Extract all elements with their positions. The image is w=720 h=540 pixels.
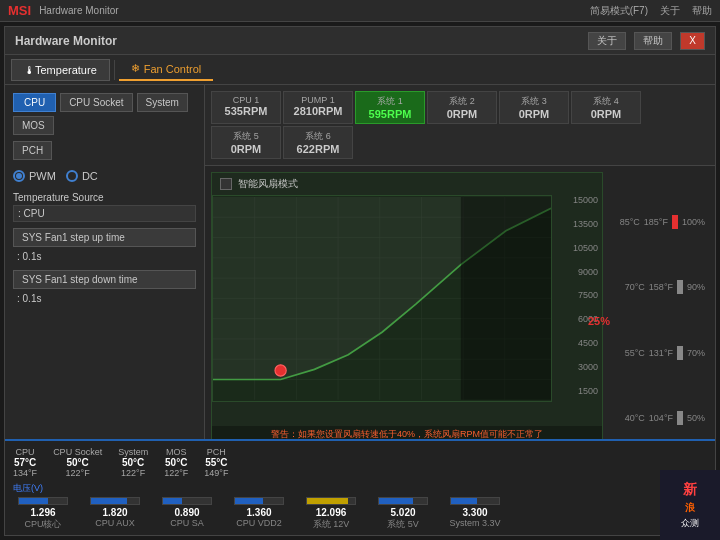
close-button[interactable]: X xyxy=(680,32,705,50)
temp-source-value[interactable]: : CPU xyxy=(13,205,196,222)
right-axis-label: 9000 xyxy=(558,267,598,277)
fan-cell-2[interactable]: 系统 1595RPM xyxy=(355,91,425,124)
mos-sensor-btn[interactable]: MOS xyxy=(13,116,54,135)
brand-new: 新 xyxy=(683,481,697,499)
pwm-radio[interactable]: PWM xyxy=(13,170,56,182)
help-button[interactable]: 帮助 xyxy=(634,32,672,50)
chart-container: 智能风扇模式 100/21290/19480/17670/15860/14050… xyxy=(211,172,603,439)
voltage-bar-container xyxy=(18,497,68,505)
fan-icon: ❄ xyxy=(131,62,140,75)
temp-scale-row: 85°C185°F100% xyxy=(613,215,705,229)
voltage-bar-container xyxy=(450,497,500,505)
fan-curve-chart[interactable] xyxy=(212,195,552,402)
sensor-item-2: System50°C122°F xyxy=(118,447,148,478)
top-bar: MSI Hardware Monitor 简易模式(F7) 关于 帮助 xyxy=(0,0,720,22)
thermometer-icon: 🌡 xyxy=(24,64,35,76)
brand-crowd: 众测 xyxy=(681,517,699,530)
voltage-bar-container xyxy=(234,497,284,505)
simple-mode-link[interactable]: 简易模式(F7) xyxy=(590,4,648,18)
tab-separator xyxy=(114,60,115,80)
step-down-btn[interactable]: SYS Fan1 step down time xyxy=(13,270,196,289)
sensor-button-group: CPU CPU Socket System MOS xyxy=(13,93,196,135)
window-title: Hardware Monitor xyxy=(15,34,588,48)
voltage-bar xyxy=(451,498,477,504)
right-panel: CPU 1535RPMPUMP 12810RPM系统 1595RPM系统 20R… xyxy=(205,85,715,439)
sensor-row: CPU57°C134°FCPU Socket50°C122°FSystem50°… xyxy=(13,445,707,480)
top-bar-right: 简易模式(F7) 关于 帮助 xyxy=(590,4,712,18)
brand-sina: 浪 xyxy=(685,501,695,515)
fan-cell-3[interactable]: 系统 20RPM xyxy=(427,91,497,124)
right-axis-label: 4500 xyxy=(558,338,598,348)
smart-fan-checkbox-input[interactable] xyxy=(220,178,232,190)
cpu-sensor-btn[interactable]: CPU xyxy=(13,93,56,112)
temp-source-label: Temperature Source xyxy=(13,192,196,203)
voltage-item-5: 5.020 系统 5V xyxy=(373,497,433,531)
fan-cell-7[interactable]: 系统 6622RPM xyxy=(283,126,353,159)
voltage-item-0: 1.296 CPU核心 xyxy=(13,497,73,531)
status-bar: CPU57°C134°FCPU Socket50°C122°FSystem50°… xyxy=(5,439,715,535)
msi-logo: MSI xyxy=(8,3,31,18)
fan-cell-6[interactable]: 系统 50RPM xyxy=(211,126,281,159)
step-down-section: SYS Fan1 step down time : 0.1s xyxy=(13,270,196,306)
voltage-item-3: 1.360 CPU VDD2 xyxy=(229,497,289,528)
window-titlebar: Hardware Monitor 关于 帮助 X xyxy=(5,27,715,55)
about-link-top[interactable]: 关于 xyxy=(660,4,680,18)
fan-cell-1[interactable]: PUMP 12810RPM xyxy=(283,91,353,124)
voltage-bar xyxy=(91,498,127,504)
temp-scale-row: 40°C104°F50% xyxy=(613,411,705,425)
warning-text: 警告：如果您设置风扇转速低于40%，系统风扇RPM值可能不正常了 xyxy=(212,426,602,439)
voltage-row: 1.296 CPU核心 1.820 CPU AUX 0.890 CPU SA 1… xyxy=(13,497,707,531)
sensor-item-4: PCH55°C149°F xyxy=(204,447,228,478)
system-sensor-btn[interactable]: System xyxy=(137,93,188,112)
voltage-label: 电压(V) xyxy=(13,482,707,495)
voltage-item-6: 3.300 System 3.3V xyxy=(445,497,505,528)
right-axis-label: 1500 xyxy=(558,386,598,396)
temp-scale: 85°C185°F100%70°C158°F90%55°C131°F70%40°… xyxy=(609,172,709,439)
tab-fan-control[interactable]: ❄ Fan Control xyxy=(119,58,213,81)
sensor-button-group-2: PCH xyxy=(13,141,196,160)
percentage-label: 25% xyxy=(588,315,610,327)
svg-rect-18 xyxy=(461,197,551,400)
tab-temperature[interactable]: 🌡 Temperature xyxy=(11,59,110,81)
right-axis-label: 13500 xyxy=(558,219,598,229)
pch-sensor-btn[interactable]: PCH xyxy=(13,141,52,160)
right-axis-label: 7500 xyxy=(558,290,598,300)
step-up-btn[interactable]: SYS Fan1 step up time xyxy=(13,228,196,247)
about-button[interactable]: 关于 xyxy=(588,32,626,50)
left-panel: CPU CPU Socket System MOS PCH PWM DC xyxy=(5,85,205,439)
sensor-item-0: CPU57°C134°F xyxy=(13,447,37,478)
pwm-label: PWM xyxy=(29,170,56,182)
pwm-radio-circle xyxy=(13,170,25,182)
tab-bar: 🌡 Temperature ❄ Fan Control xyxy=(5,55,715,85)
temp-scale-row: 70°C158°F90% xyxy=(613,280,705,294)
titlebar-buttons: 关于 帮助 X xyxy=(588,32,705,50)
tab-temperature-label: Temperature xyxy=(35,64,97,76)
help-link-top[interactable]: 帮助 xyxy=(692,4,712,18)
top-bar-title: Hardware Monitor xyxy=(39,5,590,16)
branding: 新 浪 众测 xyxy=(660,470,720,540)
radio-group: PWM DC xyxy=(13,170,196,182)
sensor-item-1: CPU Socket50°C122°F xyxy=(53,447,102,478)
voltage-bar xyxy=(163,498,182,504)
smart-fan-label: 智能风扇模式 xyxy=(238,177,298,191)
tab-fan-control-label: Fan Control xyxy=(144,63,201,75)
temp-source-section: Temperature Source : CPU xyxy=(13,192,196,222)
fan-cell-0[interactable]: CPU 1535RPM xyxy=(211,91,281,124)
main-window: Hardware Monitor 关于 帮助 X 🌡 Temperature ❄… xyxy=(4,26,716,536)
voltage-item-2: 0.890 CPU SA xyxy=(157,497,217,528)
temp-scale-row: 55°C131°F70% xyxy=(613,346,705,360)
voltage-bar xyxy=(19,498,48,504)
voltage-section: 电压(V) 1.296 CPU核心 1.820 CPU AUX 0.890 CP… xyxy=(13,482,707,531)
cpu-socket-sensor-btn[interactable]: CPU Socket xyxy=(60,93,132,112)
voltage-bar xyxy=(235,498,263,504)
voltage-bar-container xyxy=(306,497,356,505)
step-down-value: : 0.1s xyxy=(13,291,196,306)
fan-cell-5[interactable]: 系统 40RPM xyxy=(571,91,641,124)
right-axis-label: 10500 xyxy=(558,243,598,253)
voltage-bar-container xyxy=(162,497,212,505)
step-up-value: : 0.1s xyxy=(13,249,196,264)
dc-radio[interactable]: DC xyxy=(66,170,98,182)
fan-cell-4[interactable]: 系统 30RPM xyxy=(499,91,569,124)
fan-rpm-grid: CPU 1535RPMPUMP 12810RPM系统 1595RPM系统 20R… xyxy=(205,85,715,166)
svg-point-17 xyxy=(275,365,286,376)
